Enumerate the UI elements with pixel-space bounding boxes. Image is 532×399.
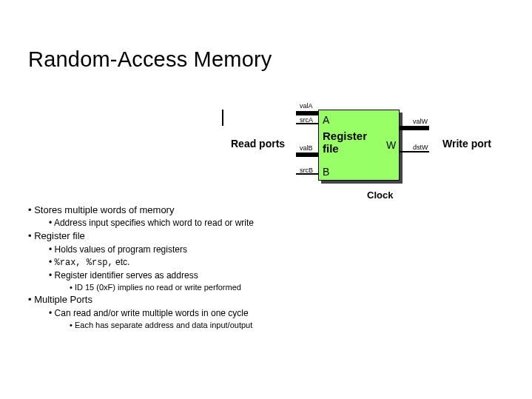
bullet-level2: Register identifier serves as address: [49, 270, 254, 281]
port-b-label: B: [323, 166, 329, 178]
bullet-text: Holds values of program registers: [55, 244, 187, 255]
bullet-text: Can read and/or write multiple words in …: [55, 308, 249, 318]
slide-body: Stores multiple words of memory Address …: [28, 204, 254, 332]
pin-dstW: dstW: [413, 144, 428, 151]
bullet-text: Each has separate address and data input…: [75, 321, 252, 329]
bullet-level2: Holds values of program registers: [49, 244, 254, 255]
pin-valA: valA: [300, 102, 313, 110]
register-file-label: Register file: [323, 130, 367, 155]
pin-srcB: srcB: [300, 167, 313, 174]
port-w-label: W: [386, 139, 396, 151]
clock-label: Clock: [367, 190, 393, 201]
register-text-1: Register: [323, 130, 367, 142]
bullet-level1: Register file: [28, 230, 254, 242]
bullet-level3: ID 15 (0xF) implies no read or write per…: [70, 283, 254, 293]
bullet-level2: %rax, %rsp, etc.: [49, 257, 254, 269]
bullet-text: etc.: [113, 257, 130, 267]
wire-valW: [400, 126, 429, 130]
bullet-text: Multiple Ports: [34, 294, 92, 305]
write-port-label: Write port: [442, 138, 491, 150]
pin-srcA: srcA: [300, 116, 313, 124]
bullet-level2: Can read and/or write multiple words in …: [49, 308, 254, 319]
wire-dstW: [400, 151, 429, 152]
bullet-text: ID 15 (0xF) implies no read or write per…: [75, 283, 241, 292]
bullet-text: Register identifier serves as address: [55, 270, 198, 281]
bullet-level1: Multiple Ports: [28, 294, 254, 306]
pin-valW: valW: [413, 118, 428, 125]
code-text: %rax, %rsp,: [55, 258, 113, 268]
wire-clock: [222, 110, 223, 126]
bullet-level3: Each has separate address and data input…: [70, 321, 254, 331]
read-ports-label: Read ports: [231, 138, 285, 150]
page-title: Random-Access Memory: [28, 47, 272, 72]
bullet-text: Address input specifies which word to re…: [54, 218, 254, 228]
pin-valB: valB: [300, 144, 313, 152]
bullet-text: Stores multiple words of memory: [34, 204, 174, 215]
register-text-2: file: [323, 142, 339, 155]
wire-valB: [296, 152, 318, 157]
bullet-level1: Stores multiple words of memory: [28, 204, 254, 216]
port-a-label: A: [323, 114, 329, 126]
register-file-diagram: A B W Register file valA srcA valB srcB …: [222, 110, 518, 198]
wire-valA: [296, 111, 318, 115]
bullet-text: Register file: [34, 230, 85, 241]
bullet-level2: Address input specifies which word to re…: [49, 218, 254, 229]
